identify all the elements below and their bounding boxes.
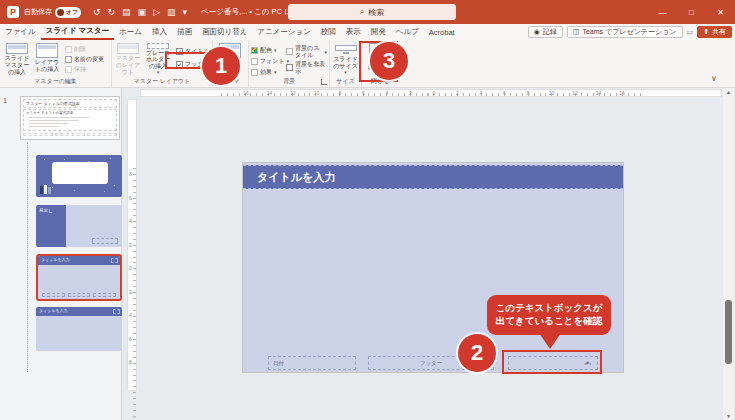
effects-menu[interactable]: 効果 ▾: [251, 67, 286, 77]
colors-icon: [251, 47, 258, 54]
h-ruler-number: 4: [386, 90, 389, 96]
master-edit-small-buttons: 削除 名前の変更 保持: [65, 42, 104, 77]
vertical-scrollbar[interactable]: ▲ ▼: [723, 88, 734, 420]
master-layout-button: マスターのレイアウト: [114, 42, 142, 77]
search-label: 検索: [368, 7, 384, 18]
section-layout-heading: 見出し: [39, 208, 53, 213]
thumbnail-section-layout[interactable]: 見出し: [36, 205, 122, 247]
scroll-up-icon[interactable]: ▲: [723, 89, 734, 95]
section-layout-placeholder: [92, 238, 118, 244]
master-thumb-title: マスター タイトルの書式設定: [23, 99, 117, 108]
hide-background-checkbox[interactable]: 背景を非表示: [286, 61, 327, 74]
tab-transitions[interactable]: 画面切り替え: [197, 24, 252, 40]
tab-animations[interactable]: アニメーション: [252, 24, 316, 40]
teams-present-button[interactable]: ◫ Teams でプレゼンテーション: [567, 26, 683, 38]
h-ruler-number: 0: [433, 90, 436, 96]
annotation-step-3: 3: [370, 42, 408, 80]
annotation-box-slide-number: [502, 350, 602, 374]
title-placeholder[interactable]: タイトルを入力: [243, 165, 623, 189]
colors-dropdown-icon: ▾: [274, 47, 277, 53]
h-ruler-number: 8: [527, 90, 530, 96]
v-ruler-number: 6: [129, 195, 132, 201]
minimize-button[interactable]: —: [648, 0, 677, 24]
tab-acrobat[interactable]: Acrobat: [424, 24, 460, 40]
tab-file[interactable]: ファイル: [0, 24, 41, 40]
fonts-menu[interactable]: フォント ▾: [251, 56, 286, 66]
rename-button[interactable]: 名前の変更: [65, 55, 104, 63]
tab-home[interactable]: ホーム: [114, 24, 147, 40]
layout-title-text: タイトルを入力: [36, 307, 122, 313]
close-button[interactable]: ✕: [706, 0, 735, 24]
v-ruler-number: 0: [129, 265, 132, 271]
scroll-down-icon[interactable]: ▼: [723, 413, 734, 419]
autosave-label: 自動保存: [24, 7, 52, 17]
group-label-master-edit: マスターの編集: [0, 77, 111, 86]
annotation-callout: このテキストボックスが 出てきていることを確認: [487, 295, 611, 335]
date-placeholder[interactable]: 日付: [268, 356, 356, 370]
v-ruler-number: 2: [129, 242, 132, 248]
grid-icon[interactable]: ▤: [122, 0, 131, 24]
ribbon-collapse-icon[interactable]: ∨: [711, 74, 717, 83]
group-background: 配色 ▾ フォント ▾ 効果 ▾ 背景のスタイル ▾ 背景を非表示: [249, 40, 330, 87]
horizontal-ruler: 1614121086420246810121416: [140, 89, 722, 97]
h-ruler-number: 6: [503, 90, 506, 96]
background-style-column: 背景のスタイル ▾ 背景を非表示: [286, 42, 327, 77]
thumbnail-title-layout[interactable]: [36, 155, 122, 197]
h-ruler-number: 4: [480, 90, 483, 96]
tab-insert[interactable]: 挿入: [147, 24, 172, 40]
hide-background-checkbox-box: [286, 64, 293, 71]
tab-row-actions: ◉ 記録 ◫ Teams でプレゼンテーション ▭ ⬆ 共有: [528, 26, 732, 38]
autosave-state: オフ: [66, 8, 78, 17]
title-bar: P 自動保存 オフ ↺ ↻ ▤ ▣ ▷ ▥ ▾ ページ番号,... • この P…: [0, 0, 735, 24]
thumbnail-content-layout-selected[interactable]: タイトルを入力: [36, 254, 122, 301]
group-master-edit: スライド マスターの挿入 レイアウトの挿入 削除 名前の変更 保持 マスターの編…: [0, 40, 112, 87]
colors-menu[interactable]: 配色 ▾: [251, 45, 286, 55]
maximize-button[interactable]: □: [677, 0, 706, 24]
background-styles-menu[interactable]: 背景のスタイル ▾: [286, 45, 327, 58]
v-ruler-number: 8: [129, 359, 132, 365]
h-ruler-number: 12: [290, 90, 296, 96]
group-label-size: サイズ: [330, 77, 361, 86]
autosave-toggle[interactable]: オフ: [55, 7, 81, 18]
chart-icon[interactable]: ▥: [167, 0, 176, 24]
layout-header-band: タイトルを入力: [38, 256, 120, 265]
undo-icon[interactable]: ↺: [93, 0, 101, 24]
autosave-control[interactable]: 自動保存 オフ: [24, 7, 81, 18]
thumbnail-master-slide[interactable]: マスター タイトルの書式設定 マスター テキストの書式設定: [20, 96, 120, 140]
insert-layout-button[interactable]: レイアウトの挿入: [32, 42, 62, 77]
fonts-icon: [251, 58, 258, 65]
comment-icon[interactable]: ▭: [687, 28, 694, 36]
group-size: スライドのサイズ ▾ サイズ: [330, 40, 362, 87]
slide-size-button[interactable]: スライドのサイズ ▾: [332, 42, 359, 77]
search-input[interactable]: ⌕ 検索: [288, 4, 456, 20]
scrollbar-thumb[interactable]: [725, 300, 732, 364]
preserve-icon: [65, 66, 72, 73]
layout-number-placeholder: [113, 309, 120, 314]
vertical-ruler-ticks: [133, 168, 136, 420]
tab-draw[interactable]: 描画: [172, 24, 197, 40]
thumbnail-content-layout-2[interactable]: タイトルを入力: [36, 307, 122, 351]
tab-review[interactable]: 校閲: [316, 24, 341, 40]
quick-access-toolbar: ↺ ↻ ▤ ▣ ▷ ▥ ▾: [93, 0, 187, 24]
qat-dropdown-icon[interactable]: ▾: [183, 0, 188, 24]
h-ruler-number: 16: [243, 90, 249, 96]
insert-layout-icon: [36, 43, 58, 58]
tab-view[interactable]: 表示: [341, 24, 366, 40]
insert-slide-master-button[interactable]: スライド マスターの挿入: [2, 42, 32, 77]
window-controls: — □ ✕: [648, 0, 735, 24]
powerpoint-app-icon[interactable]: P: [7, 6, 19, 18]
slide-size-icon: [335, 45, 357, 51]
slideshow-icon[interactable]: ▷: [153, 0, 160, 24]
slide-size-dropdown-icon: ▾: [344, 70, 347, 76]
share-button[interactable]: ⬆ 共有: [697, 26, 732, 38]
slide-canvas: タイトルを入力 日付 フッター ‹#›: [243, 163, 623, 372]
redo-icon[interactable]: ↻: [108, 0, 116, 24]
save-icon[interactable]: ▣: [138, 0, 147, 24]
tab-developer[interactable]: 開発: [366, 24, 391, 40]
tab-help[interactable]: ヘルプ: [391, 24, 424, 40]
record-button[interactable]: ◉ 記録: [528, 26, 563, 38]
insert-slide-master-icon: [6, 43, 28, 54]
tab-slide-master[interactable]: スライド マスター: [41, 24, 114, 40]
master-layout-icon: [117, 43, 139, 54]
master-slide-number: 1: [3, 97, 7, 104]
